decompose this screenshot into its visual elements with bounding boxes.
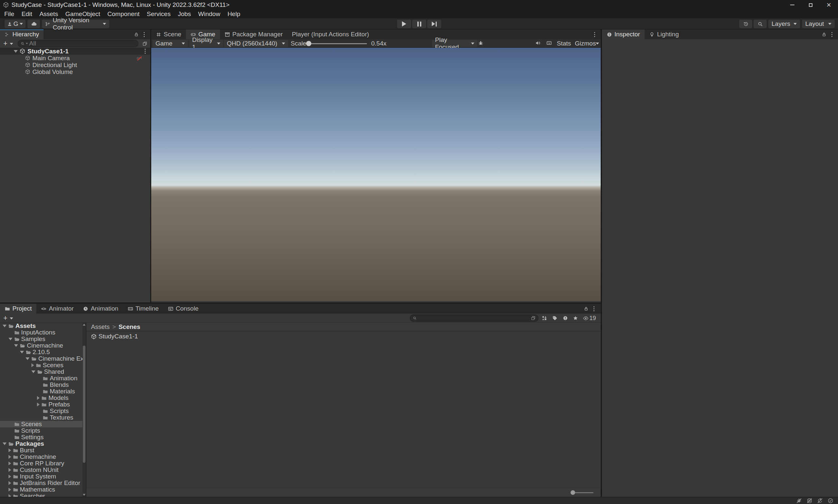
tree-item-input-system[interactable]: Input System bbox=[0, 473, 83, 480]
zoom-slider-knob[interactable] bbox=[571, 490, 575, 495]
display-dropdown[interactable]: Display 1 bbox=[189, 40, 223, 47]
kebab-menu-icon[interactable] bbox=[828, 32, 835, 37]
scale-slider-track[interactable] bbox=[306, 43, 367, 44]
menu-file[interactable]: File bbox=[1, 10, 18, 18]
thumbnail-zoom-slider[interactable] bbox=[572, 490, 593, 495]
foldout-closed-icon[interactable] bbox=[37, 396, 40, 400]
tab-animation[interactable]: Animation bbox=[78, 304, 123, 313]
tree-item-scenes[interactable]: Scenes bbox=[0, 421, 83, 428]
project-search-input[interactable] bbox=[418, 314, 530, 322]
vsync-button[interactable] bbox=[546, 40, 552, 48]
tab-console[interactable]: Console bbox=[163, 304, 203, 313]
game-render-view[interactable] bbox=[151, 48, 601, 301]
kebab-menu-icon[interactable] bbox=[590, 306, 598, 311]
foldout-closed-icon[interactable] bbox=[8, 488, 11, 491]
add-asset-button[interactable]: + bbox=[3, 314, 7, 322]
tab-package-manager[interactable]: Package Manager bbox=[220, 30, 287, 39]
camera-warning-icon[interactable] bbox=[136, 55, 142, 61]
tree-item-blends[interactable]: Blends bbox=[0, 382, 83, 388]
scrollbar-thumb[interactable] bbox=[83, 346, 86, 463]
add-gameobject-button[interactable]: + bbox=[3, 39, 7, 48]
foldout-open-icon[interactable] bbox=[25, 357, 30, 360]
tree-item-burst[interactable]: Burst bbox=[0, 447, 83, 454]
lock-icon[interactable] bbox=[582, 306, 590, 311]
gameobject-row-directional-light[interactable]: Directional Light bbox=[0, 61, 150, 68]
tree-item-materials[interactable]: Materials bbox=[0, 388, 83, 395]
gizmos-dropdown[interactable]: Gizmos bbox=[572, 40, 599, 47]
search-by-label-button[interactable] bbox=[551, 315, 558, 321]
breadcrumb-current[interactable]: Scenes bbox=[119, 323, 140, 330]
scroll-down-icon[interactable] bbox=[83, 494, 86, 496]
foldout-open-icon[interactable] bbox=[3, 443, 6, 445]
kebab-menu-icon[interactable] bbox=[140, 32, 148, 37]
play-focused-dropdown[interactable]: Play Focused bbox=[432, 40, 477, 47]
tree-item-cinemachine[interactable]: Cinemachine bbox=[0, 454, 83, 460]
play-button[interactable] bbox=[397, 20, 411, 28]
hierarchy-search-input[interactable] bbox=[29, 40, 136, 47]
menu-edit[interactable]: Edit bbox=[18, 10, 36, 18]
hidden-packages-toggle[interactable]: 19 bbox=[582, 315, 597, 321]
tab-inspector[interactable]: Inspector bbox=[602, 30, 644, 39]
status-auto-refresh-off-icon[interactable] bbox=[817, 498, 823, 504]
gameobject-row-global-volume[interactable]: Global Volume bbox=[0, 68, 150, 75]
chevron-down-icon[interactable] bbox=[10, 318, 13, 320]
tree-item-textures[interactable]: Textures bbox=[0, 414, 83, 421]
cloud-button[interactable] bbox=[28, 20, 40, 28]
step-button[interactable] bbox=[427, 20, 441, 28]
kebab-menu-icon[interactable] bbox=[145, 51, 146, 52]
tree-item-animation[interactable]: Animation bbox=[0, 375, 83, 382]
pause-button[interactable] bbox=[412, 20, 426, 28]
tab-hierarchy[interactable]: Hierarchy bbox=[0, 30, 43, 39]
foldout-open-icon[interactable] bbox=[14, 344, 18, 347]
tree-item-scripts[interactable]: Scripts bbox=[0, 408, 83, 414]
scene-row[interactable]: StudyCase1-1 bbox=[0, 48, 150, 55]
status-progress-ok-icon[interactable] bbox=[827, 498, 834, 504]
status-cache-server-off-icon[interactable] bbox=[806, 498, 813, 504]
project-search-field[interactable] bbox=[410, 314, 538, 322]
global-search-button[interactable] bbox=[753, 20, 767, 28]
foldout-open-icon[interactable] bbox=[8, 338, 13, 340]
gameobject-row-main-camera[interactable]: Main Camera bbox=[0, 55, 150, 61]
mute-audio-button[interactable] bbox=[535, 40, 541, 48]
asset-item-studycase1-1[interactable]: StudyCase1-1 bbox=[91, 332, 138, 340]
scale-slider-knob[interactable] bbox=[306, 41, 311, 46]
resolution-dropdown[interactable]: QHD (2560x1440) bbox=[224, 40, 288, 47]
tree-item-cinemachine[interactable]: Cinemachine bbox=[0, 342, 83, 349]
tab-player-input-actions-editor[interactable]: Player (Input Actions Editor) bbox=[287, 30, 374, 39]
chevron-down-icon[interactable] bbox=[10, 43, 13, 45]
foldout-open-icon[interactable] bbox=[3, 325, 6, 327]
tree-item-assets[interactable]: Assets bbox=[0, 323, 83, 329]
project-tree-scrollbar[interactable] bbox=[83, 323, 86, 497]
kebab-menu-icon[interactable] bbox=[591, 32, 598, 37]
menu-component[interactable]: Component bbox=[104, 10, 143, 18]
tab-lighting[interactable]: Lighting bbox=[644, 30, 683, 39]
hierarchy-search-field[interactable] bbox=[18, 40, 139, 47]
foldout-closed-icon[interactable] bbox=[8, 494, 11, 497]
tree-item-mathematics[interactable]: Mathematics bbox=[0, 486, 83, 493]
tree-item-samples[interactable]: Samples bbox=[0, 336, 83, 342]
tree-item-scripts[interactable]: Scripts bbox=[0, 428, 83, 434]
tree-item-searcher[interactable]: Searcher bbox=[0, 493, 83, 497]
tab-scene[interactable]: Scene bbox=[151, 30, 186, 39]
search-filter-caret-icon[interactable] bbox=[26, 43, 28, 44]
tree-item-inputactions[interactable]: InputActions bbox=[0, 329, 83, 336]
foldout-open-icon[interactable] bbox=[20, 351, 24, 354]
stats-toggle[interactable]: Stats bbox=[557, 40, 571, 47]
foldout-open-icon[interactable] bbox=[32, 371, 35, 373]
status-debugger-off-icon[interactable] bbox=[796, 498, 802, 504]
game-mode-dropdown[interactable]: Game bbox=[153, 40, 188, 47]
maximize-button[interactable] bbox=[801, 0, 820, 10]
lock-icon[interactable] bbox=[820, 32, 827, 37]
foldout-closed-icon[interactable] bbox=[8, 468, 11, 472]
foldout-closed-icon[interactable] bbox=[8, 481, 11, 485]
foldout-closed-icon[interactable] bbox=[8, 448, 11, 452]
scene-picker-icon[interactable] bbox=[141, 40, 148, 47]
foldout-closed-icon[interactable] bbox=[8, 462, 11, 465]
tab-timeline[interactable]: Timeline bbox=[123, 304, 163, 313]
tree-item-models[interactable]: Models bbox=[0, 395, 83, 401]
tree-item-cinemachine-exam[interactable]: Cinemachine Exam bbox=[0, 356, 83, 362]
lock-icon[interactable] bbox=[132, 32, 140, 37]
menu-window[interactable]: Window bbox=[194, 10, 224, 18]
undo-history-button[interactable] bbox=[739, 20, 752, 28]
tree-item-custom-nunit[interactable]: Custom NUnit bbox=[0, 467, 83, 473]
